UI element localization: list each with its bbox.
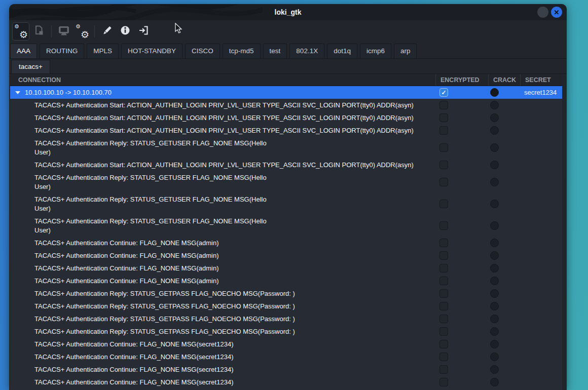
crack-status-led[interactable] — [490, 327, 499, 336]
crack-status-led[interactable] — [490, 126, 499, 135]
encrypted-checkbox[interactable] — [439, 161, 448, 169]
packet-message: TACACS+ Authentication Reply: STATUS_GET… — [34, 327, 295, 336]
encrypted-checkbox[interactable] — [439, 340, 448, 348]
run-gears-button[interactable]: ⚙⚙ — [12, 22, 29, 41]
crack-status-led[interactable] — [490, 178, 499, 186]
encrypted-checkbox[interactable] — [439, 143, 448, 152]
encrypted-checkbox[interactable] — [439, 302, 448, 310]
subtabbar: tacacs+ — [9, 59, 567, 74]
packet-row[interactable]: TACACS+ Authentication Continue: FLAG_NO… — [10, 275, 562, 287]
toolbar-separator — [94, 25, 95, 37]
packet-row[interactable]: TACACS+ Authentication Continue: FLAG_NO… — [10, 262, 562, 275]
crack-status-led[interactable] — [490, 239, 499, 247]
encrypted-checkbox[interactable] — [439, 200, 448, 208]
protocol-tab[interactable]: test — [263, 44, 287, 58]
crack-status-led[interactable] — [490, 302, 499, 310]
crack-status-led[interactable] — [490, 365, 499, 374]
encrypted-checkbox[interactable] — [439, 327, 448, 336]
packet-row[interactable]: TACACS+ Authentication Continue: FLAG_NO… — [10, 249, 562, 262]
packet-row[interactable]: TACACS+ Authentication Start: ACTION_AUT… — [10, 159, 562, 171]
crack-status-led[interactable] — [490, 143, 499, 152]
network-display-button[interactable] — [55, 22, 72, 41]
encrypted-checkbox[interactable] — [439, 101, 448, 109]
packet-row[interactable]: TACACS+ Authentication Continue: FLAG_NO… — [10, 376, 562, 388]
packet-row[interactable]: TACACS+ Authentication Start: ACTION_AUT… — [10, 111, 562, 124]
crack-status-led[interactable] — [490, 113, 499, 122]
crack-status-led[interactable] — [490, 200, 499, 208]
titlebar[interactable]: loki_gtk ✕ — [9, 4, 567, 20]
packet-row[interactable]: TACACS+ Authentication Start: ACTION_AUT… — [10, 99, 562, 111]
crack-status-led[interactable] — [490, 378, 499, 386]
protocol-tab[interactable]: CISCO — [185, 44, 220, 58]
crack-status-led[interactable] — [490, 101, 499, 109]
packet-row[interactable]: TACACS+ Authentication Reply: STATUS_GET… — [10, 171, 562, 193]
packet-message: TACACS+ Authentication Continue: FLAG_NO… — [34, 251, 219, 260]
packet-row[interactable]: TACACS+ Authentication Reply: STATUS_GET… — [10, 137, 562, 159]
packet-message: TACACS+ Authentication Reply: STATUS_GET… — [34, 217, 267, 226]
encrypted-checkbox[interactable] — [439, 113, 448, 122]
packet-row[interactable]: TACACS+ Authentication Reply: STATUS_GET… — [10, 287, 562, 300]
toolbar-separator — [51, 25, 52, 37]
minimize-button[interactable] — [537, 7, 548, 18]
protocol-tab[interactable]: 802.1X — [289, 44, 324, 58]
crack-status-led[interactable] — [490, 277, 499, 285]
protocol-tab[interactable]: tcp-md5 — [223, 44, 261, 58]
column-header-connection[interactable]: CONNECTION — [10, 74, 435, 86]
protocol-tab[interactable]: HOT-STANDBY — [121, 44, 182, 58]
protocol-tab[interactable]: icmp6 — [360, 44, 391, 58]
crack-status-led[interactable] — [490, 88, 499, 97]
connection-row[interactable]: 10.10.100.10 -> 10.10.100.70 ✓ secret123… — [10, 86, 562, 99]
packet-row[interactable]: TACACS+ Authentication Reply: STATUS_GET… — [10, 300, 562, 313]
edit-button[interactable] — [98, 22, 116, 41]
encrypted-checkbox[interactable] — [439, 353, 448, 361]
quit-button[interactable] — [135, 22, 152, 41]
crack-status-led[interactable] — [490, 353, 499, 361]
protocol-tab[interactable]: ROUTING — [40, 44, 84, 58]
loki-window: loki_gtk ✕ ⚙⚙ — [9, 4, 567, 390]
encrypted-checkbox[interactable]: ✓ — [439, 88, 448, 97]
packet-row[interactable]: TACACS+ Authentication Reply: STATUS_GET… — [10, 325, 562, 338]
column-header-secret[interactable]: SECRET — [520, 74, 562, 86]
packet-row[interactable]: TACACS+ Authentication Continue: FLAG_NO… — [10, 338, 562, 350]
packet-row[interactable]: TACACS+ Authentication Continue: FLAG_NO… — [10, 350, 562, 363]
packet-row[interactable]: TACACS+ Authentication Start: ACTION_AUT… — [10, 124, 562, 137]
column-header-encrypted[interactable]: ENCRYPTED — [435, 74, 488, 86]
protocol-tab[interactable]: AAA — [10, 44, 37, 58]
encrypted-checkbox[interactable] — [439, 365, 448, 374]
encrypted-checkbox[interactable] — [439, 126, 448, 135]
packet-row[interactable]: TACACS+ Authentication Continue: FLAG_NO… — [10, 237, 562, 249]
about-button[interactable] — [117, 22, 134, 41]
copy-document-button[interactable] — [30, 22, 48, 41]
encrypted-checkbox[interactable] — [439, 221, 448, 230]
crack-status-led[interactable] — [490, 251, 499, 260]
packet-row[interactable]: TACACS+ Authentication Reply: STATUS_GET… — [10, 193, 562, 215]
protocol-tab[interactable]: MPLS — [87, 44, 119, 58]
encrypted-checkbox[interactable] — [439, 277, 448, 285]
encrypted-checkbox[interactable] — [439, 378, 448, 386]
protocol-tab[interactable]: dot1q — [327, 44, 357, 58]
packet-row[interactable]: TACACS+ Authentication Reply: STATUS_GET… — [10, 215, 562, 237]
packet-row[interactable]: TACACS+ Authentication Continue: FLAG_NO… — [10, 363, 562, 376]
close-button[interactable]: ✕ — [551, 7, 562, 18]
crack-status-led[interactable] — [490, 289, 499, 298]
encrypted-checkbox[interactable] — [439, 289, 448, 298]
mouse-cursor — [174, 23, 183, 34]
encrypted-checkbox[interactable] — [439, 239, 448, 247]
encrypted-checkbox[interactable] — [439, 251, 448, 260]
protocol-tab[interactable]: arp — [394, 44, 417, 58]
column-header-crack[interactable]: CRACK — [488, 74, 520, 86]
packet-message-wrap: User) — [34, 148, 267, 157]
packet-row[interactable]: TACACS+ Authentication Reply: STATUS_GET… — [10, 313, 562, 325]
expander-icon[interactable] — [15, 91, 20, 94]
packet-message: TACACS+ Authentication Continue: FLAG_NO… — [34, 264, 219, 273]
settings-gears-button[interactable]: ⚙⚙ — [74, 22, 91, 41]
encrypted-checkbox[interactable] — [439, 264, 448, 272]
subtab-tacacs[interactable]: tacacs+ — [11, 60, 50, 73]
crack-status-led[interactable] — [490, 221, 499, 230]
encrypted-checkbox[interactable] — [439, 315, 448, 323]
crack-status-led[interactable] — [490, 315, 499, 323]
crack-status-led[interactable] — [490, 340, 499, 348]
encrypted-checkbox[interactable] — [439, 178, 448, 186]
crack-status-led[interactable] — [490, 161, 499, 169]
crack-status-led[interactable] — [490, 264, 499, 272]
